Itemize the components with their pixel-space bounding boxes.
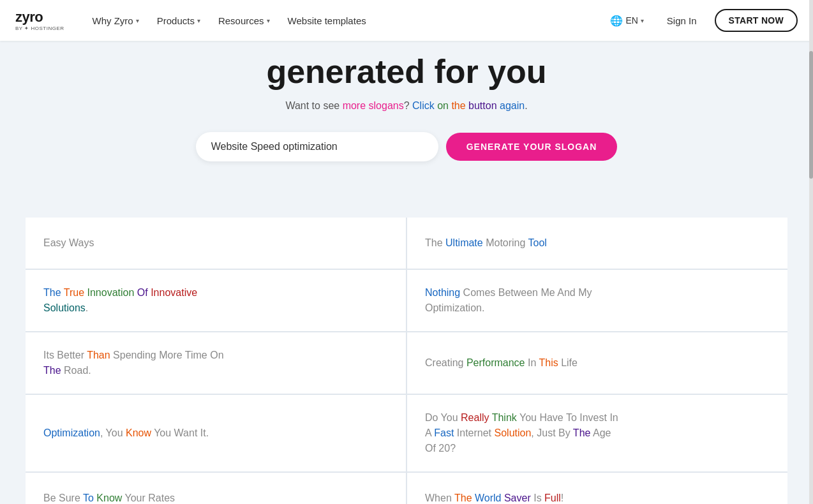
- main-content: generated for you Want to see more sloga…: [0, 41, 813, 504]
- search-row: GENERATE YOUR SLOGAN: [26, 132, 787, 161]
- slogan-text: Do You Really Think You Have To Invest I…: [425, 410, 618, 456]
- subtitle-q: ?: [404, 100, 412, 111]
- subtitle-click: Click: [412, 100, 435, 111]
- slogan-text: Optimization, You Know You Want It.: [43, 426, 209, 441]
- hero-title: generated for you: [26, 54, 787, 90]
- nav-products[interactable]: Products ▾: [149, 10, 208, 31]
- scrollbar-thumb[interactable]: [809, 51, 813, 179]
- subtitle-button: button: [466, 100, 497, 111]
- subtitle-on: on: [435, 100, 449, 111]
- nav-links: Why Zyro ▾ Products ▾ Resources ▾ Websit…: [85, 10, 606, 31]
- slogan-card-when-the-world[interactable]: When The World Saver Is Full!: [407, 473, 787, 504]
- slogan-card-its-better[interactable]: Its Better Than Spending More Time On Th…: [26, 332, 406, 394]
- nav-why-zyro-label: Why Zyro: [93, 15, 133, 26]
- nav-resources[interactable]: Resources ▾: [211, 10, 278, 31]
- subtitle-period: .: [525, 100, 527, 111]
- slogan-card-do-you-really[interactable]: Do You Really Think You Have To Invest I…: [407, 395, 787, 471]
- generate-slogan-button[interactable]: GENERATE YOUR SLOGAN: [446, 133, 618, 161]
- chevron-down-icon: ▾: [267, 17, 270, 24]
- slogan-card-creating-performance[interactable]: Creating Performance In This Life: [407, 332, 787, 394]
- subtitle-the: the: [449, 100, 466, 111]
- globe-icon: 🌐: [610, 15, 623, 27]
- nav-resources-label: Resources: [218, 15, 264, 26]
- slogan-text: Be Sure To Know Your Rates: [43, 491, 175, 504]
- subtitle-more: more slogans: [343, 100, 404, 111]
- language-selector[interactable]: 🌐 EN ▾: [605, 11, 648, 31]
- chevron-down-icon: ▾: [641, 17, 644, 24]
- subtitle-again: again: [497, 100, 525, 111]
- chevron-down-icon: ▾: [197, 17, 200, 24]
- scrollbar[interactable]: [809, 0, 813, 504]
- logo[interactable]: zyro BY ✦ HOSTINGER: [15, 10, 64, 31]
- slogan-card-optimization-want[interactable]: Optimization, You Know You Want It.: [26, 395, 406, 471]
- slogan-grid: Easy Ways The Ultimate Motoring Tool The…: [26, 218, 787, 504]
- slogan-card-ultimate-motoring[interactable]: The Ultimate Motoring Tool: [407, 218, 787, 269]
- hero-subtitle: Want to see more slogans? Click on the b…: [26, 100, 787, 112]
- sign-in-button[interactable]: Sign In: [659, 10, 705, 31]
- nav-website-templates[interactable]: Website templates: [280, 10, 374, 31]
- nav-products-label: Products: [157, 15, 195, 26]
- nav-why-zyro[interactable]: Why Zyro ▾: [85, 10, 147, 31]
- slogan-card-easy-ways[interactable]: Easy Ways: [26, 218, 406, 269]
- logo-text: zyro: [15, 10, 64, 24]
- hero-section: generated for you Want to see more sloga…: [0, 41, 813, 218]
- nav-website-templates-label: Website templates: [288, 15, 366, 26]
- slogan-card-true-innovation[interactable]: The True Innovation Of Innovative Soluti…: [26, 270, 406, 331]
- navbar: zyro BY ✦ HOSTINGER Why Zyro ▾ Products …: [0, 0, 813, 41]
- subtitle-plain: Want to see: [285, 100, 342, 111]
- language-label: EN: [625, 15, 638, 26]
- logo-subtext: BY ✦ HOSTINGER: [15, 26, 64, 31]
- slogan-text: Creating Performance In This Life: [425, 355, 578, 371]
- slogan-text: Easy Ways: [43, 235, 94, 251]
- slogan-text: The Ultimate Motoring Tool: [425, 235, 547, 251]
- slogan-text: Nothing Comes Between Me And My Optimiza…: [425, 285, 592, 316]
- slogan-text: Its Better Than Spending More Time On Th…: [43, 348, 224, 378]
- slogan-text: When The World Saver Is Full!: [425, 491, 563, 504]
- slogan-card-be-sure[interactable]: Be Sure To Know Your Rates: [26, 473, 406, 504]
- start-now-button[interactable]: START NOW: [715, 9, 798, 32]
- slogan-card-nothing-comes[interactable]: Nothing Comes Between Me And My Optimiza…: [407, 270, 787, 331]
- slogan-text: The True Innovation Of Innovative Soluti…: [43, 285, 197, 316]
- nav-right: 🌐 EN ▾ Sign In START NOW: [605, 9, 798, 32]
- slogan-input[interactable]: [196, 132, 438, 161]
- chevron-down-icon: ▾: [136, 17, 139, 24]
